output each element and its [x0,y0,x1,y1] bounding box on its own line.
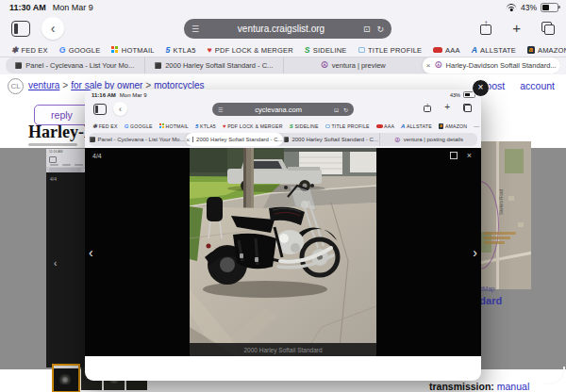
amazon-icon: a [439,123,443,128]
inner-tab-cyclevana-panel: Panel - Cyclevana - List Your Mo... [89,133,186,146]
back-icon: ‹ [51,21,56,36]
google-icon: G [125,123,129,129]
inner-tab-harley-active: × 2000 Harley Softail Standard - C... [186,133,283,146]
bookmark-allstate[interactable]: AALLSTATE [472,46,516,55]
inner-bookmarks-more-icon: — [474,123,480,129]
ktla5-icon: 5 [195,123,199,129]
bookmark-sideline[interactable]: SSIDELINE [305,46,347,55]
gallery-thumbnail-selected[interactable] [52,364,80,392]
bookmark-fedex[interactable]: ✱FED EX [11,46,48,55]
tab-ventura-preview[interactable]: ☮ ventura | preview [283,57,423,74]
inner-tab-ventura-posting: ☮ventura | posting details [379,133,477,146]
extensions-icon[interactable]: ⊡ [363,24,371,34]
battery-icon [541,3,558,12]
bookmark-amazon[interactable]: aAMAZON [527,46,566,55]
tab-close-icon[interactable]: × [426,61,431,70]
motorcycle-photo [190,148,376,356]
title-profile-icon [325,124,330,128]
inner-browser-chrome: 11:16 AM Mon Mar 9 43% ‹ ☰ cyclevana.com… [85,90,481,148]
site-favicon [15,62,22,69]
share-button[interactable]: ↑ [480,21,491,35]
wifi-icon [507,4,517,11]
expand-icon [450,152,458,159]
allstate-icon: A [401,123,406,129]
inner-refresh-icon: ↻ [343,106,348,113]
back-button[interactable]: ‹ [42,17,64,40]
tab-harley-cyclevana[interactable]: 2000 Harley Softail Standard - C... [144,57,284,74]
inner-toolbar: ‹ ☰ cyclevana.com ⊡ ↻ ↑ + [85,99,481,120]
amazon-icon: a [527,46,535,54]
inner-url-text: cyclevana.com [223,106,334,114]
fedex-icon: ✱ [92,123,97,129]
inner-status-time: 11:16 AM [92,92,116,98]
sidebar-icon[interactable] [11,21,30,37]
gallery-prev-icon[interactable]: ‹ [54,258,57,269]
tab-harley-posting-active[interactable]: × ☮ Harley-Davidson Softail Standard... [423,57,561,74]
mini-photo-counter: 4/4 [50,176,57,182]
sideline-icon: S [305,46,310,55]
viewer-close-icon: × [467,152,472,159]
inner-bookmarks-bar: ✱FED EX GGOOGLE HOTMAIL 5KTLA5 ♥PDF LOCK… [85,121,481,132]
status-time: 11:30 AM [9,3,46,12]
photo-counter: 4/4 [92,153,102,159]
screen: 11:30 AM Mon Mar 9 43% ‹ ☰ ventura.craig… [0,0,566,392]
modal-close-button[interactable]: × [472,79,490,97]
inner-extensions-icon: ⊡ [334,106,339,113]
prev-photo-icon: ‹ [89,245,93,260]
inner-tab-bar: Panel - Cyclevana - List Your Mo... × 20… [89,133,477,146]
bookmark-google[interactable]: GGOOGLE [59,46,101,55]
google-icon: G [59,46,66,55]
site-favicon [155,62,161,69]
battery-percent: 43% [521,3,537,12]
address-bar[interactable]: ☰ ventura.craigslist.org ⊡ ↻ [184,19,391,39]
inner-image-viewer: 4/4 × ‹ › [85,148,481,356]
fedex-icon: ✱ [11,46,18,55]
bookmark-aaa[interactable]: AAA [433,46,459,55]
inner-status-bar: 11:16 AM Mon Mar 9 43% [92,90,475,99]
microsoft-icon [111,46,119,54]
reader-icon[interactable]: ☰ [191,24,199,34]
bookmark-title-profile[interactable]: TITLE PROFILE [358,46,423,55]
title-profile-icon [358,47,366,53]
transmission-value-link[interactable]: manual [497,381,529,392]
craigslist-peace-icon: ☮ [434,61,441,70]
bookmark-hotmail[interactable]: HOTMAIL [111,46,154,55]
tab-cyclevana-panel[interactable]: Panel - Cyclevana - List Your Mo... [6,57,144,74]
sheet-corner-decoration [544,367,565,384]
craigslist-logo[interactable]: CL [8,78,24,94]
inner-new-tab-icon: + [444,103,450,112]
url-text: ventura.craigslist.org [199,24,363,34]
location-map[interactable]: Saviers Road [476,141,531,289]
inner-tab-harley-2: 2000 Harley Softail Standard - C... [283,133,380,146]
aaa-icon [433,47,442,52]
image-preview-modal: 11:16 AM Mon Mar 9 43% ‹ ☰ cyclevana.com… [85,90,481,381]
refresh-icon[interactable]: ↻ [376,24,384,34]
status-bar: 11:30 AM Mon Mar 9 43% [9,1,558,13]
bookmark-ktla5[interactable]: 5KTLA5 [166,46,196,55]
photo-caption: 2000 Harley Softail Standard [190,343,376,356]
inner-back-button: ‹ [113,102,127,116]
allstate-icon: A [472,46,477,55]
account-link[interactable]: account [520,80,555,91]
map-road-label: Saviers Road [499,158,504,215]
tabs-overview-button[interactable] [541,22,555,35]
heart-icon: ♥ [208,46,212,55]
breadcrumb-site[interactable]: ventura [28,80,59,90]
transmission-detail: transmission: manual [429,381,529,392]
aaa-icon [376,124,383,128]
microsoft-icon [159,123,164,128]
toolbar: ‹ ☰ ventura.craigslist.org ⊡ ↻ ↑ + [0,13,566,44]
tab-bar: Panel - Cyclevana - List Your Mo... 2000… [6,57,560,74]
inner-address-bar: ☰ cyclevana.com ⊡ ↻ [212,103,354,116]
bookmarks-bar: ✱FED EX GGOOGLE HOTMAIL 5KTLA5 ♥PDF LOCK… [0,43,566,57]
sideline-icon: S [290,123,293,129]
inner-share-icon: ↑ [424,103,431,112]
craigslist-peace-icon: ☮ [321,61,328,70]
heart-icon: ♥ [223,123,226,129]
inner-tabs-icon [463,104,472,112]
inner-sidebar-icon [93,104,107,115]
inner-battery-percent: 43% [450,92,460,98]
posting-info-placeholder [28,143,77,146]
bookmark-pdf-lock-merger[interactable]: ♥PDF LOCK & MERGER [208,46,293,55]
new-tab-button[interactable]: + [512,22,521,35]
